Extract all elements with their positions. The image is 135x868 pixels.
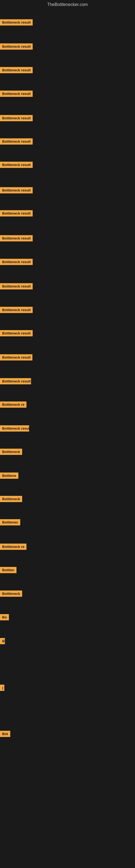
bottleneck-badge[interactable]: Bottleneck result <box>0 91 33 97</box>
bottleneck-badge[interactable]: Bottleneck result <box>0 235 33 241</box>
bottleneck-badge[interactable]: Bottleneck result <box>0 259 33 265</box>
bottleneck-badge[interactable]: Bot <box>0 731 10 737</box>
bottleneck-badge-row: Bottleneck result <box>0 330 33 337</box>
bottleneck-badge-row: Bottlenec <box>0 519 20 527</box>
bottleneck-badge-row: Bottleneck <box>0 590 22 598</box>
bottleneck-badge-row: Bottleneck result <box>0 210 33 218</box>
bottleneck-badge-row: Bottleneck result <box>0 67 33 74</box>
bottleneck-badge[interactable]: Bottleneck result <box>0 187 33 193</box>
bottleneck-badge-row: Bottlene <box>0 472 18 480</box>
bottleneck-badge[interactable]: Bottleneck re <box>0 401 27 408</box>
bottleneck-badge[interactable]: Bottleneck result <box>0 378 31 384</box>
bottleneck-badge[interactable]: | <box>0 685 4 691</box>
bottleneck-badge[interactable]: Bottleneck result <box>0 43 33 50</box>
bottleneck-badge[interactable]: Bottleneck resul <box>0 425 29 432</box>
bottleneck-badge[interactable]: Bottleneck result <box>0 138 33 145</box>
bottleneck-badge-row: Bottleneck result <box>0 235 33 243</box>
bottleneck-badge[interactable]: Bottleneck result <box>0 330 33 336</box>
bottleneck-badge[interactable]: Bottlen <box>0 567 16 573</box>
bottleneck-badge[interactable]: Bottleneck result <box>0 283 33 289</box>
bottleneck-badge-row: Bottleneck result <box>0 283 33 290</box>
bottleneck-badge-row: Bottleneck result <box>0 259 33 266</box>
bottleneck-badge-row: B <box>0 638 5 645</box>
bottleneck-badge[interactable]: Bottlenec <box>0 519 20 525</box>
bottleneck-badge[interactable]: B <box>0 638 5 644</box>
bottleneck-badge[interactable]: Bottleneck result <box>0 354 32 361</box>
bottleneck-badge-row: Bottleneck result <box>0 115 33 122</box>
bottleneck-badge[interactable]: Bottleneck result <box>0 162 33 168</box>
bottleneck-badge-row: Bottleneck re <box>0 401 27 409</box>
bottleneck-badge-row: Bottleneck result <box>0 43 33 51</box>
bottleneck-badge-row: Bottleneck re <box>0 544 27 551</box>
bottleneck-badge[interactable]: Bottleneck <box>0 496 22 502</box>
bottleneck-badge-row: Bottleneck result <box>0 378 31 385</box>
bottleneck-badge[interactable]: Bottleneck <box>0 590 22 597</box>
bottleneck-badge-row: Bottleneck <box>0 448 22 456</box>
bottleneck-badge-row: Bottleneck result <box>0 19 33 27</box>
bottleneck-badge[interactable]: Bottleneck <box>0 448 22 455</box>
bottleneck-badge[interactable]: Bottleneck result <box>0 115 33 121</box>
bottleneck-badge-row: Bot <box>0 731 10 738</box>
bottleneck-badge-row: Bottleneck result <box>0 354 32 362</box>
bottleneck-badge-row: Bottleneck result <box>0 162 33 169</box>
bottleneck-badge-row: Bo <box>0 614 9 621</box>
bottleneck-badge[interactable]: Bottlene <box>0 472 18 479</box>
bottleneck-badge-row: Bottleneck result <box>0 138 33 146</box>
bottleneck-badge-row: Bottleneck result <box>0 91 33 98</box>
bottleneck-badge-row: | <box>0 685 4 692</box>
bottleneck-badge[interactable]: Bo <box>0 614 9 620</box>
bottleneck-badge-row: Bottleneck resul <box>0 425 29 433</box>
bottleneck-badge-row: Bottleneck result <box>0 307 33 314</box>
bottleneck-badge[interactable]: Bottleneck result <box>0 19 33 26</box>
bottleneck-badge[interactable]: Bottleneck result <box>0 210 33 216</box>
bottleneck-badge[interactable]: Bottleneck re <box>0 544 27 550</box>
bottleneck-badge-row: Bottlen <box>0 567 16 574</box>
bottleneck-badge[interactable]: Bottleneck result <box>0 307 33 313</box>
bottleneck-badge-row: Bottleneck <box>0 496 22 503</box>
site-title: TheBottlenecker.com <box>0 0 135 9</box>
bottleneck-badge-row: Bottleneck result <box>0 187 33 194</box>
bottleneck-badge[interactable]: Bottleneck result <box>0 67 33 73</box>
